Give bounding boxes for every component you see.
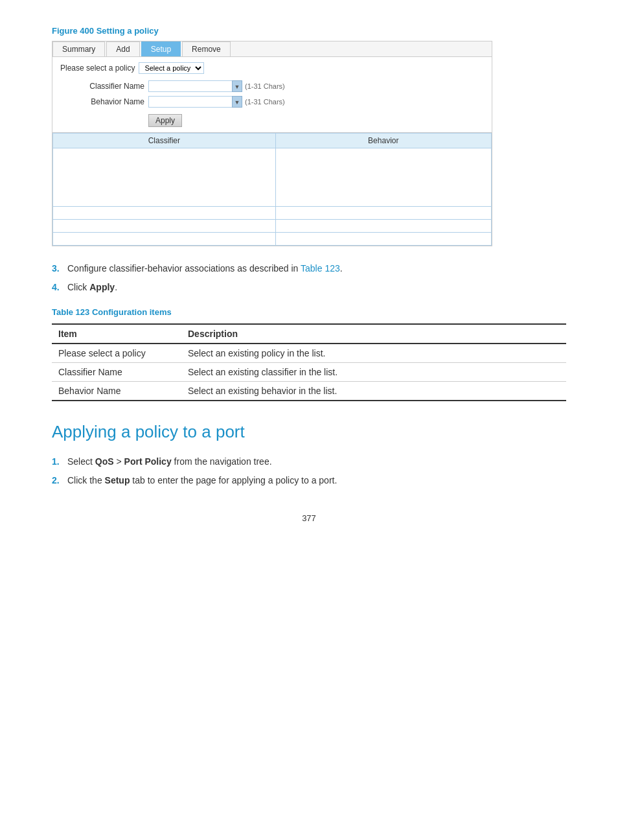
figure-container: Summary Add Setup Remove Please select a… bbox=[52, 41, 492, 246]
apply-btn-container: Apply bbox=[73, 111, 484, 127]
behavior-name-row: Behavior Name ▼ (1-31 Chars) bbox=[73, 96, 484, 108]
section-step-2-num: 2. bbox=[52, 474, 67, 487]
behavior-chars-hint: (1-31 Chars) bbox=[245, 98, 285, 106]
qos-bold: QoS bbox=[95, 456, 114, 467]
row1-item: Please select a policy bbox=[52, 344, 181, 363]
tab-remove[interactable]: Remove bbox=[182, 41, 231, 56]
config-table-header-row: Item Description bbox=[52, 324, 566, 344]
section-step-1-text: Select QoS > Port Policy from the naviga… bbox=[67, 455, 566, 469]
classifier-name-row: Classifier Name ▼ (1-31 Chars) bbox=[73, 80, 484, 92]
classifier-dropdown-icon[interactable]: ▼ bbox=[232, 80, 242, 92]
table-row: Behavior Name Select an existing behavio… bbox=[52, 382, 566, 401]
steps-before-table: 3. Configure classifier-behavior associa… bbox=[52, 262, 566, 294]
section-heading: Applying a policy to a port bbox=[52, 422, 566, 442]
table-row: Classifier Name Select an existing class… bbox=[52, 363, 566, 382]
row3-description: Select an existing behavior in the list. bbox=[181, 382, 566, 401]
step-3: 3. Configure classifier-behavior associa… bbox=[52, 262, 566, 275]
tab-setup[interactable]: Setup bbox=[141, 41, 181, 56]
row1-description: Select an existing policy in the list. bbox=[181, 344, 566, 363]
classifier-chars-hint: (1-31 Chars) bbox=[245, 82, 285, 90]
classifier-name-input[interactable] bbox=[148, 80, 233, 92]
step-3-text: Configure classifier-behavior associatio… bbox=[67, 262, 566, 275]
tab-summary[interactable]: Summary bbox=[52, 41, 105, 56]
port-policy-bold: Port Policy bbox=[124, 456, 172, 467]
figure-title: Figure 400 Setting a policy bbox=[52, 26, 566, 36]
table123-caption: Table 123 Configuration items bbox=[52, 307, 566, 317]
row3-item: Behavior Name bbox=[52, 382, 181, 401]
figure-table-header-classifier: Classifier bbox=[53, 134, 276, 148]
step-3-num: 3. bbox=[52, 262, 67, 275]
col-header-description: Description bbox=[181, 324, 566, 344]
form-fields: Classifier Name ▼ (1-31 Chars) Behavior … bbox=[73, 80, 484, 127]
setup-bold: Setup bbox=[105, 475, 130, 485]
section-steps: 1. Select QoS > Port Policy from the nav… bbox=[52, 455, 566, 487]
step-4: 4. Click Apply. bbox=[52, 281, 566, 294]
figure-tabs: Summary Add Setup Remove bbox=[52, 41, 492, 57]
policy-select-label: Please select a policy bbox=[60, 64, 135, 73]
figure-table-cell-behavior bbox=[275, 148, 491, 207]
section-step-2: 2. Click the Setup tab to enter the page… bbox=[52, 474, 566, 487]
tab-add[interactable]: Add bbox=[106, 41, 139, 56]
figure-table-row2-c bbox=[53, 207, 276, 220]
figure-400: Figure 400 Setting a policy Summary Add … bbox=[52, 26, 566, 246]
table-row: Please select a policy Select an existin… bbox=[52, 344, 566, 363]
classifier-name-label: Classifier Name bbox=[73, 82, 144, 91]
figure-table-row2-b bbox=[275, 207, 491, 220]
step-4-num: 4. bbox=[52, 281, 67, 294]
behavior-name-input[interactable] bbox=[148, 96, 233, 108]
figure-table-row4-b bbox=[275, 233, 491, 246]
policy-select[interactable]: Select a policy bbox=[139, 62, 204, 74]
page-number: 377 bbox=[52, 513, 566, 523]
figure-table-cell-classifier bbox=[53, 148, 276, 207]
section-step-1: 1. Select QoS > Port Policy from the nav… bbox=[52, 455, 566, 469]
figure-table-header-behavior: Behavior bbox=[275, 134, 491, 148]
step-4-text: Click Apply. bbox=[67, 281, 566, 294]
config-table-123: Item Description Please select a policy … bbox=[52, 323, 566, 401]
policy-select-row: Please select a policy Select a policy bbox=[60, 62, 484, 74]
col-header-item: Item bbox=[52, 324, 181, 344]
table123-link[interactable]: Table 123 bbox=[301, 263, 340, 274]
apply-button[interactable]: Apply bbox=[148, 114, 182, 127]
figure-table-row3-b bbox=[275, 220, 491, 233]
row2-description: Select an existing classifier in the lis… bbox=[181, 363, 566, 382]
figure-inner-table: Classifier Behavior bbox=[52, 133, 492, 246]
section-step-2-text: Click the Setup tab to enter the page fo… bbox=[67, 474, 566, 487]
section-step-1-num: 1. bbox=[52, 455, 67, 469]
behavior-dropdown-icon[interactable]: ▼ bbox=[232, 96, 242, 108]
row2-item: Classifier Name bbox=[52, 363, 181, 382]
figure-table-row3-c bbox=[53, 220, 276, 233]
figure-table-row4-c bbox=[53, 233, 276, 246]
behavior-name-label: Behavior Name bbox=[73, 97, 144, 106]
figure-form-area: Please select a policy Select a policy C… bbox=[52, 57, 492, 133]
apply-bold: Apply bbox=[89, 282, 115, 292]
